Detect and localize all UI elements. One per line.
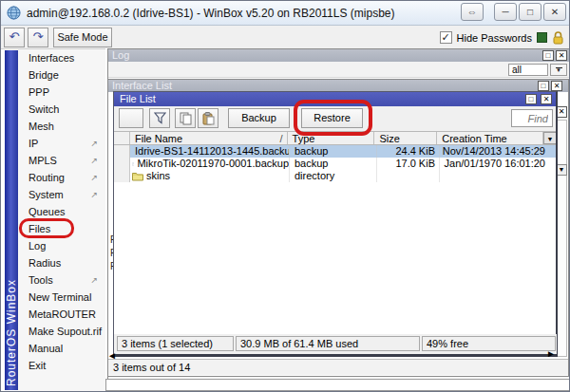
file-name: MikroTik-02011970-0001.backup [137, 158, 289, 170]
sidebar-item-mesh[interactable]: Mesh [18, 118, 105, 135]
file-created: Nov/14/2013 14:45:29 [439, 145, 551, 158]
interface-scrollbar[interactable] [557, 120, 567, 357]
file-table-header: File Name/ Type Size Creation Time ▼ [114, 131, 556, 145]
sidebar-item-log[interactable]: Log [18, 237, 105, 254]
paste-button[interactable] [198, 108, 218, 128]
sidebar-item-mpls[interactable]: MPLS↗ [18, 152, 105, 169]
hide-passwords-checkbox[interactable]: ✓ [440, 31, 452, 44]
column-header-size[interactable]: Size [374, 132, 437, 144]
sidebar-menu: Interfaces Bridge PPP Switch Mesh IP↗ MP… [18, 49, 105, 392]
column-select-dropdown-icon[interactable]: ▼ [543, 132, 556, 144]
close-button[interactable]: ✕ [543, 3, 566, 21]
funnel-icon [154, 112, 166, 124]
secure-session-icon [537, 32, 547, 43]
submenu-arrow-icon: ↗ [90, 186, 98, 203]
maximize-button[interactable]: □ [519, 3, 542, 21]
file-list-toolbar: Backup Restore [114, 106, 556, 131]
copy-icon [180, 112, 192, 125]
paste-icon [202, 112, 215, 125]
file-table-body: Idrive-BS1-14112013-1445.backup backup 2… [114, 145, 556, 336]
filter-button[interactable] [149, 108, 170, 128]
status-disk-usage: 30.9 MB of 61.4 MB used [236, 336, 420, 351]
copy-button[interactable] [175, 108, 196, 128]
submenu-arrow-icon: ↗ [90, 152, 98, 169]
minimize-button[interactable]: ─ [494, 3, 517, 21]
restore-button[interactable]: Restore [301, 108, 363, 128]
main-toolbar: ↶ ↷ Safe Mode ✓ Hide Passwords [1, 26, 569, 49]
sidebar-item-exit[interactable]: Exit [18, 357, 105, 374]
file-created [439, 170, 551, 182]
remove-file-button[interactable] [119, 108, 143, 128]
submenu-arrow-icon: ↗ [90, 169, 98, 186]
bottom-input-strip [105, 379, 570, 391]
table-row[interactable]: MikroTik-02011970-0001.backup backup 17.… [130, 158, 556, 170]
scroll-right-icon[interactable]: ► [546, 349, 556, 359]
winbox-main-window: admin@192.168.0.2 (Idrive-BS1) - WinBox … [0, 0, 570, 392]
sidebar-item-bridge[interactable]: Bridge [18, 66, 105, 84]
column-header-file-name[interactable]: File Name/ [130, 132, 288, 144]
submenu-arrow-icon: ↗ [90, 135, 98, 152]
padlock-icon [552, 31, 564, 45]
sidebar-item-metarouter[interactable]: MetaROUTER [18, 306, 105, 323]
sidebar-item-queues[interactable]: Queues [18, 203, 105, 220]
mdi-client-area: Log □ ✕ all ▼ Interface List □ ✕ R R R ✕ [105, 48, 570, 392]
file-name: skins [146, 170, 170, 182]
interface-maximize-button[interactable]: □ [538, 81, 549, 91]
log-close-button[interactable]: ✕ [556, 50, 567, 61]
undo-button[interactable]: ↶ [4, 28, 25, 47]
sidebar-item-make-supout[interactable]: Make Supout.rif [18, 323, 105, 340]
log-filter-dropdown-icon[interactable]: ▼ [550, 64, 567, 76]
log-filter-select[interactable]: all [508, 64, 548, 76]
sidebar-item-files[interactable]: Files [18, 220, 105, 237]
find-input[interactable] [511, 109, 553, 127]
safe-mode-button[interactable]: Safe Mode [53, 28, 112, 47]
file-created: Jan/01/1970 16:01:20 [439, 158, 551, 170]
brand-strip: RouterOS WinBox [5, 50, 18, 390]
file-size: 24.4 KiB [376, 145, 439, 158]
routeros-winbox-brand: RouterOS WinBox [5, 196, 18, 386]
column-header-creation-time[interactable]: Creation Time [437, 132, 543, 144]
scroll-left-icon[interactable]: ◄ [107, 351, 117, 361]
file-size [376, 170, 439, 182]
hide-passwords-label: Hide Passwords [457, 32, 532, 44]
sidebar-item-new-terminal[interactable]: New Terminal [18, 289, 105, 306]
sidebar-item-routing[interactable]: Routing↗ [18, 169, 105, 186]
table-row[interactable]: Idrive-BS1-14112013-1445.backup backup 2… [130, 145, 556, 158]
file-name: Idrive-BS1-14112013-1445.backup [135, 145, 289, 158]
sidebar-item-interfaces[interactable]: Interfaces [18, 49, 105, 66]
log-maximize-button[interactable]: □ [542, 50, 554, 61]
sidebar-item-ip[interactable]: IP↗ [18, 135, 105, 152]
sidebar-item-system[interactable]: System↗ [18, 186, 105, 203]
window-title: admin@192.168.0.2 (Idrive-BS1) - WinBox … [27, 7, 394, 20]
sort-indicator-icon: / [280, 132, 283, 144]
log-filter-row: all ▼ [108, 62, 569, 78]
sidebar-item-ppp[interactable]: PPP [18, 84, 105, 101]
file-type: backup [289, 158, 376, 170]
globe-icon [7, 6, 21, 20]
status-free-space: 49% free [422, 336, 556, 351]
interface-close-button[interactable]: ✕ [551, 81, 562, 91]
interface-status-bar: 3 items out of 14 [108, 359, 568, 375]
main-titlebar[interactable]: admin@192.168.0.2 (Idrive-BS1) - WinBox … [1, 1, 569, 26]
submenu-arrow-icon: ↗ [90, 271, 98, 289]
table-row[interactable]: skins directory [130, 170, 556, 182]
connection-toggle-button[interactable]: ⇔ [461, 3, 484, 21]
file-list-status-bar: 3 items (1 selected) 30.9 MB of 61.4 MB … [114, 334, 557, 354]
file-list-window: File List □ ✕ [113, 91, 558, 357]
sidebar-item-tools[interactable]: Tools↗ [18, 271, 105, 289]
sidebar-item-switch[interactable]: Switch [18, 101, 105, 118]
file-size: 17.0 KiB [376, 158, 439, 170]
file-list-titlebar[interactable]: File List □ ✕ [114, 92, 556, 106]
log-window-titlebar[interactable]: Log □ ✕ [108, 49, 569, 62]
file-list-maximize-button[interactable]: □ [525, 94, 537, 104]
file-type: backup [289, 145, 376, 158]
sidebar-item-manual[interactable]: Manual [18, 340, 105, 357]
redo-button[interactable]: ↷ [28, 28, 48, 47]
folder-icon [132, 171, 143, 181]
backup-button[interactable]: Backup [228, 108, 290, 128]
file-list-close-button[interactable]: ✕ [541, 94, 552, 104]
header-gutter [114, 132, 130, 144]
status-items-count: 3 items (1 selected) [117, 336, 234, 351]
column-header-type[interactable]: Type [288, 132, 375, 144]
sidebar-item-radius[interactable]: Radius [18, 254, 105, 271]
